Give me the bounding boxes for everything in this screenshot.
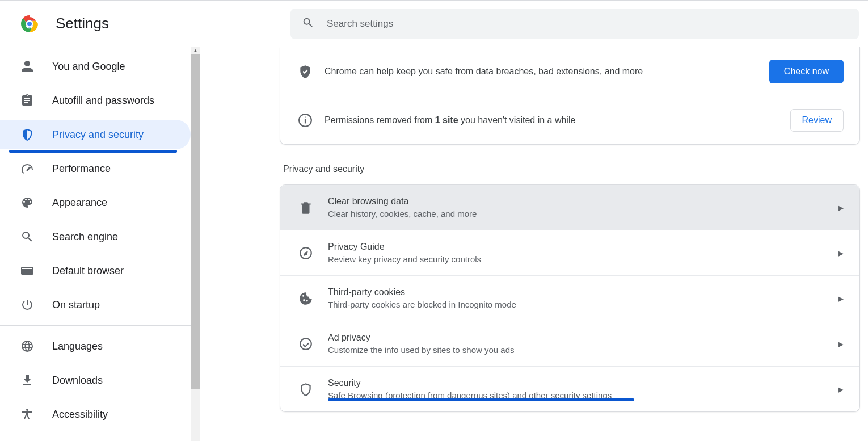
sidebar-item-label: Search engine — [52, 231, 118, 243]
sidebar-item-languages[interactable]: Languages — [0, 331, 191, 361]
sidebar-item-appearance[interactable]: Appearance — [0, 188, 191, 217]
chevron-right-icon: ▸ — [838, 292, 844, 305]
search-input[interactable] — [327, 18, 848, 30]
check-now-button[interactable]: Check now — [769, 60, 844, 83]
shield-icon — [19, 128, 35, 141]
row-security[interactable]: Security Safe Browsing (protection from … — [280, 366, 859, 411]
row-subtitle: Safe Browsing (protection from dangerous… — [328, 390, 838, 400]
search-settings[interactable] — [290, 9, 859, 39]
sidebar-item-you-and-google[interactable]: You and Google — [0, 52, 191, 81]
sidebar-item-label: Privacy and security — [52, 129, 144, 141]
header: Settings — [0, 1, 868, 47]
sidebar: ▲ You and Google Autofill and passwords — [0, 47, 200, 441]
shield-check-icon — [296, 64, 314, 79]
sidebar-item-performance[interactable]: Performance — [0, 154, 191, 183]
chevron-right-icon: ▸ — [838, 247, 844, 259]
main-content: Chrome can help keep you safe from data … — [200, 47, 868, 441]
sidebar-item-accessibility[interactable]: Accessibility — [0, 400, 191, 429]
sidebar-item-label: Default browser — [52, 265, 124, 277]
cookie-icon — [296, 291, 315, 306]
row-third-party-cookies[interactable]: Third-party cookies Third-party cookies … — [280, 275, 859, 321]
permissions-suffix: you haven't visited in a while — [458, 115, 576, 125]
row-title: Security — [328, 378, 838, 388]
highlight-underline — [328, 398, 634, 401]
row-clear-browsing-data[interactable]: Clear browsing data Clear history, cooki… — [280, 185, 859, 230]
clipboard-icon — [19, 94, 35, 107]
search-icon — [302, 16, 314, 31]
shield-outline-icon — [296, 382, 315, 397]
permissions-count: 1 site — [435, 115, 458, 125]
row-ad-privacy[interactable]: Ad privacy Customize the info used by si… — [280, 321, 859, 366]
download-icon — [19, 373, 35, 387]
speedometer-icon — [19, 162, 35, 175]
browser-icon — [19, 264, 35, 278]
trash-icon — [296, 200, 315, 215]
sidebar-item-privacy-security[interactable]: Privacy and security — [0, 120, 191, 149]
row-title: Privacy Guide — [328, 242, 838, 252]
chevron-right-icon: ▸ — [838, 338, 844, 350]
sidebar-item-label: Performance — [52, 163, 111, 175]
sidebar-item-on-startup[interactable]: On startup — [0, 290, 191, 320]
permissions-text: Permissions removed from 1 site you have… — [325, 115, 790, 125]
sidebar-item-label: You and Google — [52, 61, 125, 73]
row-subtitle: Customize the info used by sites to show… — [328, 345, 838, 355]
chevron-right-icon: ▸ — [838, 201, 844, 214]
active-underline — [9, 150, 177, 153]
accessibility-icon — [19, 408, 35, 421]
palette-icon — [19, 196, 35, 209]
safety-check-text: Chrome can help keep you safe from data … — [325, 66, 769, 77]
row-title: Ad privacy — [328, 333, 838, 343]
power-icon — [19, 298, 35, 312]
compass-icon — [296, 246, 315, 261]
sidebar-item-autofill[interactable]: Autofill and passwords — [0, 86, 191, 115]
row-privacy-guide[interactable]: Privacy Guide Review key privacy and sec… — [280, 230, 859, 275]
person-icon — [19, 60, 35, 73]
section-title: Privacy and security — [283, 164, 860, 174]
chrome-logo-icon — [19, 14, 40, 34]
page-title: Settings — [56, 15, 109, 32]
permissions-removed-row: Permissions removed from 1 site you have… — [280, 96, 859, 144]
row-title: Third-party cookies — [328, 287, 838, 297]
safety-check-card: Chrome can help keep you safe from data … — [280, 47, 860, 145]
safety-check-row: Chrome can help keep you safe from data … — [280, 47, 859, 96]
scroll-up-icon[interactable]: ▲ — [191, 47, 200, 54]
privacy-settings-list: Clear browsing data Clear history, cooki… — [280, 184, 860, 412]
sidebar-item-label: Accessibility — [52, 409, 108, 421]
sidebar-scrollbar[interactable]: ▲ — [191, 47, 200, 441]
row-subtitle: Clear history, cookies, cache, and more — [328, 209, 838, 219]
sidebar-item-label: Autofill and passwords — [52, 95, 154, 107]
sidebar-item-downloads[interactable]: Downloads — [0, 366, 191, 395]
globe-icon — [19, 339, 35, 353]
sidebar-item-label: Appearance — [52, 197, 107, 209]
info-icon — [296, 113, 314, 128]
sidebar-item-label: On startup — [52, 299, 100, 311]
ads-icon — [296, 337, 315, 351]
sidebar-item-label: Downloads — [52, 375, 103, 387]
svg-point-5 — [305, 117, 306, 118]
chevron-right-icon: ▸ — [838, 383, 844, 396]
sidebar-item-label: Languages — [52, 341, 103, 352]
sidebar-item-search-engine[interactable]: Search engine — [0, 222, 191, 251]
permissions-prefix: Permissions removed from — [325, 115, 435, 125]
search-icon — [19, 230, 35, 243]
scrollbar-thumb[interactable] — [191, 54, 200, 389]
sidebar-item-default-browser[interactable]: Default browser — [0, 256, 191, 285]
row-subtitle: Review key privacy and security controls — [328, 254, 838, 264]
row-title: Clear browsing data — [328, 196, 838, 207]
sidebar-divider — [0, 325, 191, 326]
row-subtitle: Third-party cookies are blocked in Incog… — [328, 300, 838, 309]
review-button[interactable]: Review — [790, 109, 844, 132]
